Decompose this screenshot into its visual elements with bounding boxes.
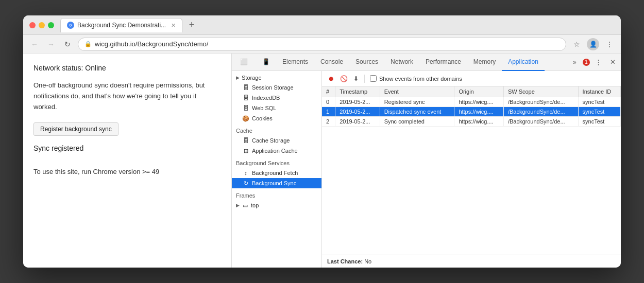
table-row[interactable]: 12019-05-2...Dispatched sync eventhttps:… xyxy=(322,107,621,117)
url-bar[interactable]: 🔒 wicg.github.io/BackgroundSync/demo/ xyxy=(78,38,566,51)
tab-console-label: Console xyxy=(320,58,343,65)
table-cell-2: Sync completed xyxy=(380,117,454,127)
tab-favicon: ⟳ xyxy=(67,22,74,29)
web-sql-label: Web SQL xyxy=(252,105,277,111)
col-id-header: # xyxy=(322,86,335,97)
show-events-label: Show events from other domains xyxy=(370,75,462,82)
tab-application-label: Application xyxy=(508,58,538,65)
browser-tab[interactable]: ⟳ Background Sync Demonstrati... ✕ xyxy=(60,18,182,32)
more-tabs-button[interactable]: » xyxy=(568,56,581,68)
table-cell-0: 2 xyxy=(322,117,335,127)
back-button[interactable]: ← xyxy=(28,38,41,50)
storage-chevron: ▶ xyxy=(236,75,240,80)
indexed-db-icon: 🗄 xyxy=(242,94,249,101)
show-events-checkbox[interactable] xyxy=(370,75,377,82)
tab-performance[interactable]: Performance xyxy=(419,54,467,71)
sidebar-item-indexed-db[interactable]: 🗄 IndexedDB xyxy=(232,93,321,103)
table-cell-0: 0 xyxy=(322,97,335,107)
address-bar: ← → ↻ 🔒 wicg.github.io/BackgroundSync/de… xyxy=(23,35,621,54)
table-cell-5: syncTest xyxy=(578,97,620,107)
sidebar-item-session-storage[interactable]: 🗄 Session Storage xyxy=(232,82,321,93)
cache-storage-label: Cache Storage xyxy=(252,137,290,144)
session-storage-label: Session Storage xyxy=(252,84,294,91)
session-storage-icon: 🗄 xyxy=(242,84,249,91)
web-sql-icon: 🗄 xyxy=(242,104,249,112)
tab-console[interactable]: Console xyxy=(314,54,349,71)
table-row[interactable]: 02019-05-2...Registered synchttps://wicg… xyxy=(322,97,621,107)
devtools-tabs-bar: ⬜ 📱 Elements Console Sources Network xyxy=(232,54,621,71)
frame-icon: ▭ xyxy=(242,202,249,209)
tab-network[interactable]: Network xyxy=(384,54,419,71)
reload-button[interactable]: ↻ xyxy=(61,38,74,50)
table-cell-2: Registered sync xyxy=(380,97,454,107)
url-text: wicg.github.io/BackgroundSync/demo/ xyxy=(95,40,208,48)
last-chance-label: Last Chance: xyxy=(327,258,363,264)
devtools-tab-inspect[interactable]: ⬜ xyxy=(234,54,256,71)
bookmark-button[interactable]: ☆ xyxy=(570,38,583,50)
table-cell-1: 2019-05-2... xyxy=(335,117,380,127)
forward-button[interactable]: → xyxy=(45,38,57,50)
devtools-main-panel: ⏺ 🚫 ⬇ Show events from other domains xyxy=(322,71,621,268)
storage-label: Storage xyxy=(242,75,262,81)
devtools-sidebar: ▶ Storage 🗄 Session Storage 🗄 IndexedDB … xyxy=(232,71,322,268)
table-row[interactable]: 22019-05-2...Sync completedhttps://wicg.… xyxy=(322,117,621,127)
tabs-bar: ⟳ Background Sync Demonstrati... ✕ + xyxy=(60,18,615,32)
sidebar-item-frames-top[interactable]: ▶ ▭ top xyxy=(232,200,321,210)
last-chance-bar: Last Chance: No xyxy=(322,255,621,268)
traffic-lights xyxy=(29,22,54,28)
background-fetch-icon: ↕ xyxy=(242,169,249,176)
cookies-icon: 🍪 xyxy=(242,115,249,122)
frames-section-header: Frames xyxy=(232,188,321,200)
page-description: One-off background sync doesn't require … xyxy=(33,80,221,112)
tab-elements[interactable]: Elements xyxy=(276,54,314,71)
profile-avatar[interactable]: 👤 xyxy=(587,38,599,50)
error-indicator: 1 xyxy=(583,59,590,66)
storage-section-header[interactable]: ▶ Storage xyxy=(232,73,321,82)
tab-sources-label: Sources xyxy=(355,58,378,65)
sidebar-item-background-fetch[interactable]: ↕ Background Fetch xyxy=(232,168,321,178)
maximize-button[interactable] xyxy=(48,22,54,28)
background-sync-label: Background Sync xyxy=(252,180,296,186)
sidebar-item-background-sync[interactable]: ↻ Background Sync xyxy=(232,178,321,188)
frames-top-label: top xyxy=(251,202,259,208)
tab-network-label: Network xyxy=(391,58,413,65)
lock-icon: 🔒 xyxy=(84,41,92,47)
last-chance-value-text: No xyxy=(364,258,371,264)
application-cache-icon: ⊞ xyxy=(242,147,249,154)
background-fetch-label: Background Fetch xyxy=(252,170,298,176)
devtools-tab-device[interactable]: 📱 xyxy=(256,54,276,71)
devtools-close-button[interactable]: ✕ xyxy=(606,56,619,68)
tab-memory[interactable]: Memory xyxy=(467,54,502,71)
title-bar: ⟳ Background Sync Demonstrati... ✕ + xyxy=(23,15,621,35)
devtools-tabs-right: » 1 ⋮ ✕ xyxy=(568,56,619,68)
webpage-area: Network status: Online One-off backgroun… xyxy=(23,54,232,268)
menu-button[interactable]: ⋮ xyxy=(603,38,616,50)
table-cell-4: /BackgroundSync/de... xyxy=(503,117,578,127)
sync-events-table: # Timestamp Event Origin SW Scope Instan… xyxy=(322,86,621,255)
tab-close-btn[interactable]: ✕ xyxy=(171,22,176,29)
download-button[interactable]: ⬇ xyxy=(351,74,361,84)
register-background-sync-button[interactable]: Register background sync xyxy=(33,122,118,136)
clear-button[interactable]: 🚫 xyxy=(338,74,349,84)
new-tab-button[interactable]: + xyxy=(185,19,198,31)
chrome-requirement-text: To use this site, run Chrome version >= … xyxy=(33,168,221,175)
sidebar-item-web-sql[interactable]: 🗄 Web SQL xyxy=(232,103,321,113)
sidebar-item-cookies[interactable]: 🍪 Cookies xyxy=(232,113,321,123)
sidebar-item-cache-storage[interactable]: 🗄 Cache Storage xyxy=(232,135,321,146)
close-button[interactable] xyxy=(29,22,36,28)
record-button[interactable]: ⏺ xyxy=(326,74,336,84)
tab-application[interactable]: Application xyxy=(502,54,545,71)
table-cell-4: /BackgroundSync/de... xyxy=(503,97,578,107)
sync-status-text: Sync registered xyxy=(33,144,221,152)
tab-sources[interactable]: Sources xyxy=(349,54,384,71)
table-cell-0: 1 xyxy=(322,107,335,117)
address-right-icons: ☆ 👤 ⋮ xyxy=(570,38,616,50)
error-badge: 1 xyxy=(583,59,590,66)
sidebar-item-application-cache[interactable]: ⊞ Application Cache xyxy=(232,146,321,156)
devtools-more-options-button[interactable]: ⋮ xyxy=(592,56,604,68)
cache-storage-icon: 🗄 xyxy=(242,137,249,144)
browser-window: ⟳ Background Sync Demonstrati... ✕ + ← →… xyxy=(23,15,621,268)
minimize-button[interactable] xyxy=(39,22,45,28)
col-event-header: Event xyxy=(380,86,454,97)
col-swscope-header: SW Scope xyxy=(503,86,578,97)
